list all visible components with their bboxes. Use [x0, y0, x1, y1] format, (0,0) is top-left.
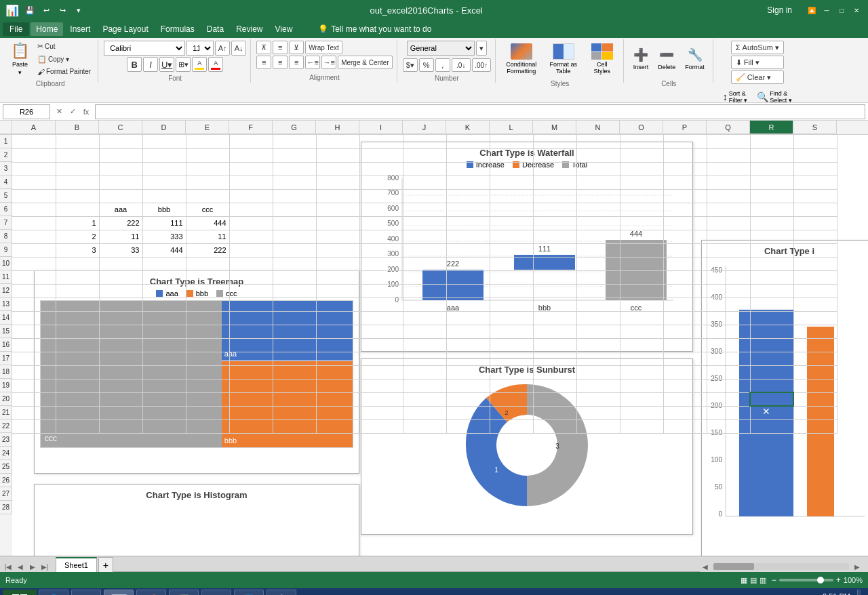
col-header-H[interactable]: H	[316, 121, 359, 134]
start-button[interactable]	[3, 590, 37, 595]
row-27[interactable]: 27	[0, 487, 12, 501]
row-26[interactable]: 26	[0, 474, 12, 487]
page-layout-menu-item[interactable]: Page Layout	[97, 22, 153, 36]
align-center-button[interactable]: ≡	[273, 56, 288, 69]
col-header-E[interactable]: E	[186, 121, 229, 134]
cell-B1[interactable]	[56, 135, 99, 148]
row-11[interactable]: 11	[0, 270, 12, 284]
sheet-first-button[interactable]: |◀	[3, 561, 14, 572]
confirm-formula-icon[interactable]: ✓	[66, 106, 79, 118]
decrease-decimal-button[interactable]: .0↓	[452, 58, 471, 72]
sheet-last-button[interactable]: ▶|	[39, 561, 50, 572]
cell-D6[interactable]: bbb	[142, 203, 186, 216]
row-18[interactable]: 18	[0, 365, 12, 379]
zoom-slider[interactable]	[779, 579, 833, 581]
paste-button[interactable]: 📋 Paste ▾	[7, 41, 33, 77]
row-28[interactable]: 28	[0, 501, 12, 514]
cell-styles-button[interactable]: CellStyles	[585, 41, 619, 77]
cell-E6[interactable]: ccc	[186, 203, 229, 216]
font-color-button[interactable]: A	[208, 57, 223, 72]
cell-D1[interactable]	[142, 135, 186, 148]
row-12[interactable]: 12	[0, 284, 12, 298]
taskbar-file-explorer-button[interactable]: 📋	[267, 590, 296, 595]
zoom-in-button[interactable]: +	[836, 575, 841, 585]
col-header-Q[interactable]: Q	[707, 121, 750, 134]
format-painter-button[interactable]: 🖌Format Painter	[35, 66, 94, 77]
col-header-R[interactable]: R	[750, 121, 793, 134]
cell-C9[interactable]: 33	[99, 243, 142, 257]
tell-me-field[interactable]: 💡 Tell me what you want to do	[313, 22, 437, 36]
border-button[interactable]: ⊞▾	[176, 57, 191, 72]
cell-C8[interactable]: 11	[99, 230, 142, 243]
cut-button[interactable]: ✂Cut	[35, 41, 94, 52]
zoom-out-button[interactable]: −	[772, 575, 776, 585]
merge-center-button[interactable]: Merge & Center	[338, 56, 393, 69]
cell-P1[interactable]	[663, 135, 707, 148]
row-15[interactable]: 15	[0, 325, 12, 338]
row-16[interactable]: 16	[0, 338, 12, 352]
row-1[interactable]: 1	[0, 135, 12, 148]
cell-L1[interactable]	[490, 135, 533, 148]
cell-I1[interactable]	[359, 135, 403, 148]
number-format-selector[interactable]: General	[407, 41, 475, 56]
cell-E7[interactable]: 444	[186, 216, 229, 230]
clock[interactable]: 2:51 PM 1/16/2017	[820, 592, 853, 595]
font-size-selector[interactable]: 11	[186, 41, 214, 56]
col-header-L[interactable]: L	[490, 121, 533, 134]
ribbon-collapse-button[interactable]: 🔼	[806, 4, 818, 16]
scroll-left-button[interactable]: ◀	[700, 561, 711, 572]
insert-cell-button[interactable]: ➕ Insert	[629, 41, 653, 77]
col-header-S[interactable]: S	[793, 121, 837, 134]
cell-Q1[interactable]	[707, 135, 750, 148]
format-as-table-button[interactable]: Format asTable	[543, 41, 584, 77]
minimize-button[interactable]: ─	[821, 4, 833, 16]
cell-A1[interactable]	[12, 135, 56, 148]
row-14[interactable]: 14	[0, 311, 12, 325]
cell-O1[interactable]	[620, 135, 663, 148]
cell-C7[interactable]: 222	[99, 216, 142, 230]
sheet-tab-sheet1[interactable]: Sheet1	[56, 557, 97, 572]
row-13[interactable]: 13	[0, 298, 12, 311]
close-button[interactable]: ✕	[850, 4, 863, 16]
row-7[interactable]: 7	[0, 216, 12, 230]
cell-K1[interactable]	[446, 135, 490, 148]
decrease-indent-button[interactable]: ←≡	[305, 56, 320, 69]
taskbar-firefox-button[interactable]: 🦊	[71, 590, 101, 595]
row-24[interactable]: 24	[0, 447, 12, 460]
row-21[interactable]: 21	[0, 406, 12, 419]
percent-button[interactable]: %	[419, 58, 434, 72]
cell-J1[interactable]	[403, 135, 446, 148]
cell-D7[interactable]: 111	[142, 216, 186, 230]
formulas-menu-item[interactable]: Formulas	[155, 22, 200, 36]
undo-qa-button[interactable]: ↩	[39, 3, 53, 17]
cell-F1[interactable]	[229, 135, 273, 148]
fill-color-button[interactable]: A	[192, 57, 207, 72]
number-format-dropdown[interactable]: ▾	[476, 41, 487, 56]
sheet-next-button[interactable]: ▶	[27, 561, 38, 572]
increase-indent-button[interactable]: →≡	[321, 56, 336, 69]
histogram-chart[interactable]: Chart Type is Histogram	[34, 484, 359, 556]
col-header-A[interactable]: A	[12, 121, 56, 134]
col-header-C[interactable]: C	[99, 121, 142, 134]
row-23[interactable]: 23	[0, 433, 12, 447]
align-right-button[interactable]: ≡	[289, 56, 304, 69]
taskbar-ie-button[interactable]: 🌐	[39, 590, 68, 595]
increase-font-button[interactable]: A↑	[215, 41, 230, 56]
font-name-selector[interactable]: Calibri	[104, 41, 185, 56]
col-header-G[interactable]: G	[273, 121, 316, 134]
comma-button[interactable]: ,	[435, 58, 450, 72]
row-9[interactable]: 9	[0, 243, 12, 257]
home-menu-item[interactable]: Home	[31, 22, 63, 36]
cell-R1[interactable]	[750, 135, 793, 148]
page-layout-view-button[interactable]: ▤	[750, 576, 757, 585]
taskbar-word-button[interactable]: 📘	[234, 590, 264, 595]
col-header-N[interactable]: N	[576, 121, 620, 134]
col-header-K[interactable]: K	[446, 121, 490, 134]
qa-dropdown-button[interactable]: ▾	[72, 3, 85, 17]
scroll-right-button[interactable]: ▶	[852, 561, 863, 572]
clear-button[interactable]: 🧹 Clear ▾	[731, 70, 784, 84]
col-header-F[interactable]: F	[229, 121, 273, 134]
cell-B7[interactable]: 1	[56, 216, 99, 230]
delete-cell-button[interactable]: ➖ Delete	[654, 41, 679, 77]
cell-G1[interactable]	[273, 135, 316, 148]
